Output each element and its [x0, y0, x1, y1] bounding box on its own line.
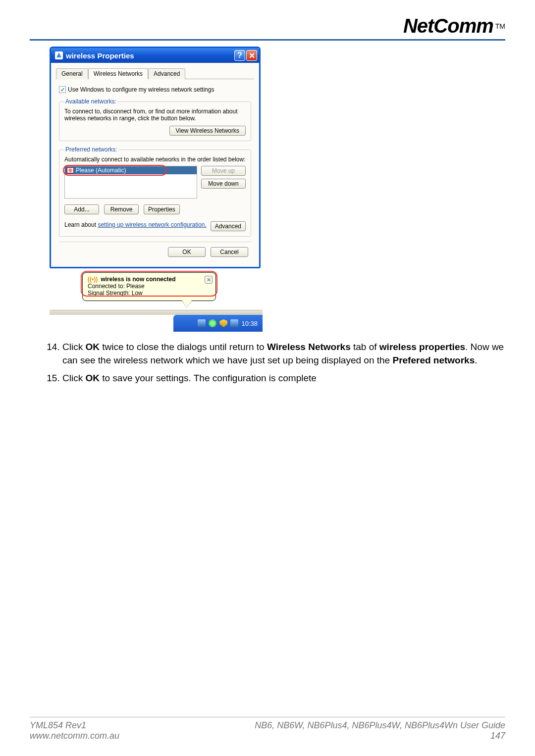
- volume-tray-icon[interactable]: [230, 319, 238, 327]
- t: OK: [85, 373, 100, 383]
- move-up-button[interactable]: Move up: [201, 166, 246, 176]
- step-14: Click OK twice to close the dialogs unti…: [62, 341, 505, 367]
- t: Click: [62, 342, 85, 352]
- tray-clock: 10:38: [241, 320, 258, 327]
- brand-logo: NetComm: [403, 15, 493, 37]
- footer-models: NB6, NB6W, NB6Plus4, NB6Plus4W, NB6Plus4…: [255, 720, 505, 731]
- learn-text: Learn about setting up wireless network …: [64, 221, 207, 228]
- close-button[interactable]: ✕: [246, 50, 257, 61]
- add-button[interactable]: Add...: [64, 204, 99, 214]
- connection-balloon: ((•)) wireless is now connected ✕ Connec…: [82, 272, 216, 301]
- taskbar-strip: [50, 310, 263, 315]
- learn-link[interactable]: setting up wireless network configuratio…: [98, 221, 206, 228]
- t: .: [475, 355, 477, 365]
- list-item[interactable]: Please (Automatic): [65, 166, 197, 174]
- available-legend: Available networks:: [64, 98, 117, 105]
- view-wireless-networks-button[interactable]: View Wireless Networks: [169, 126, 246, 136]
- footer-page-number: 147: [255, 731, 505, 741]
- tab-wireless-networks[interactable]: Wireless Networks: [88, 68, 148, 79]
- notification-area: ((•)) wireless is now connected ✕ Connec…: [50, 272, 263, 332]
- balloon-line2: Signal Strength: Low: [88, 290, 211, 297]
- t: tab of: [351, 342, 379, 352]
- screenshot-area: wireless Properties ? ✕ General Wireless…: [50, 47, 263, 332]
- properties-button[interactable]: Properties: [144, 204, 180, 214]
- trademark-symbol: TM: [495, 22, 505, 30]
- wireless-icon: [67, 167, 74, 173]
- t: Prefered networks: [392, 355, 475, 365]
- tab-advanced[interactable]: Advanced: [148, 68, 185, 79]
- tabstrip: General Wireless Networks Advanced: [56, 68, 254, 79]
- brand-text: NetComm: [403, 15, 493, 37]
- t: to save your settings. The configuration…: [100, 373, 317, 383]
- t: twice to close the dialogs until return …: [100, 342, 267, 352]
- step-15: Click OK to save your settings. The conf…: [62, 372, 505, 385]
- titlebar: wireless Properties ? ✕: [51, 48, 259, 63]
- wireless-properties-window: wireless Properties ? ✕ General Wireless…: [50, 47, 261, 268]
- advanced-button[interactable]: Advanced: [211, 221, 246, 231]
- footer-url: www.netcomm.com.au: [30, 731, 119, 741]
- t: wireless properties: [379, 342, 465, 352]
- available-networks-group: Available networks: To connect to, disco…: [59, 98, 251, 141]
- t: OK: [85, 342, 100, 352]
- instruction-list: Click OK twice to close the dialogs unti…: [45, 341, 505, 385]
- move-down-button[interactable]: Move down: [201, 179, 246, 189]
- taskbar: 10:38: [173, 315, 263, 332]
- signal-icon: ((•)): [88, 276, 98, 283]
- balloon-close-button[interactable]: ✕: [205, 276, 213, 284]
- learn-prefix: Learn about: [64, 221, 98, 228]
- remove-button[interactable]: Remove: [104, 204, 139, 214]
- tab-content: ✓ Use Windows to configure my wireless n…: [56, 84, 254, 261]
- footer-rev: YML854 Rev1: [30, 720, 119, 731]
- balloon-title: wireless is now connected: [101, 276, 175, 283]
- preferred-networks-list[interactable]: Please (Automatic): [64, 166, 197, 199]
- preferred-text: Automatically connect to available netwo…: [64, 156, 246, 163]
- available-text: To connect to, disconnect from, or find …: [64, 108, 246, 122]
- preferred-networks-group: Preferred networks: Automatically connec…: [59, 146, 251, 237]
- preferred-legend: Preferred networks:: [64, 146, 118, 153]
- ok-button[interactable]: OK: [168, 247, 206, 257]
- shield-tray-icon[interactable]: [219, 319, 227, 327]
- status-tray-icon[interactable]: [209, 319, 216, 327]
- cancel-button[interactable]: Cancel: [211, 247, 248, 257]
- page-footer: YML854 Rev1 www.netcomm.com.au NB6, NB6W…: [30, 717, 505, 741]
- t: Click: [62, 373, 85, 383]
- t: Wireless Networks: [267, 342, 351, 352]
- list-item-label: Please (Automatic): [76, 167, 126, 174]
- help-button[interactable]: ?: [234, 50, 245, 61]
- window-icon: [55, 51, 63, 59]
- balloon-line1: Connected to: Please: [88, 283, 211, 290]
- page-header: NetComm TM: [30, 15, 505, 41]
- network-tray-icon[interactable]: [198, 319, 206, 327]
- use-windows-checkbox[interactable]: ✓: [59, 86, 66, 93]
- use-windows-label: Use Windows to configure my wireless net…: [68, 86, 214, 93]
- window-title: wireless Properties: [66, 51, 134, 60]
- tab-general[interactable]: General: [56, 68, 88, 79]
